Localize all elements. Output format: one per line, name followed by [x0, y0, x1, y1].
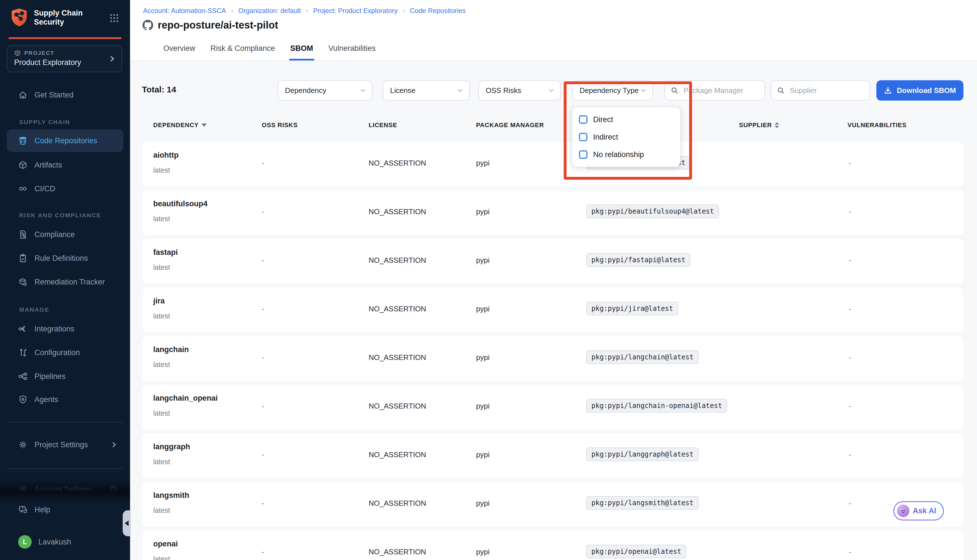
table-row[interactable]: beautifulsoup4 latest - NO_ASSERTION pyp… [142, 190, 964, 235]
dependency-name: langchain_openai [153, 394, 218, 403]
vulnerabilities-value: - [848, 402, 851, 410]
sidebar-item-artifacts[interactable]: Artifacts [7, 154, 123, 176]
app-switcher-grid-icon[interactable] [110, 13, 119, 23]
user-menu[interactable]: L Lavakush [7, 531, 123, 553]
app-window: Supply Chain Security PROJECT Product Ex… [0, 0, 977, 560]
supplier-search-input[interactable] [789, 86, 864, 95]
sidebar-item-integrations[interactable]: Integrations [7, 318, 123, 340]
project-name: Product Exploratory [14, 58, 116, 67]
license-filter-select[interactable]: License [383, 80, 470, 101]
table-row[interactable]: fastapi latest - NO_ASSERTION pypi pkg:p… [142, 239, 964, 284]
license-value: NO_ASSERTION [369, 548, 426, 556]
pipelines-icon [18, 372, 28, 381]
checkbox-direct[interactable] [579, 115, 588, 124]
shield-logo-icon [10, 7, 28, 28]
purl-chip[interactable]: pkg:pypi/langchain-openai@latest [586, 399, 727, 413]
vulnerabilities-value: - [848, 256, 851, 265]
table-row[interactable]: aiohttp latest - NO_ASSERTION pypi pkg:p… [142, 142, 964, 187]
sidebar-item-pipelines[interactable]: Pipelines [7, 365, 123, 388]
oss-risks-value: - [262, 353, 264, 362]
breadcrumb-account[interactable]: Account: Automation-SSCA [143, 7, 226, 15]
app-title: Supply Chain Security [34, 8, 83, 27]
table-row[interactable]: langchain latest - NO_ASSERTION pypi pkg… [142, 336, 964, 381]
chevron-right-icon [108, 55, 116, 63]
package-manager-search[interactable] [664, 80, 765, 101]
tab-sbom[interactable]: SBOM [291, 41, 313, 60]
project-label: PROJECT [24, 50, 55, 56]
sidebar-item-project-settings[interactable]: Project Settings [7, 433, 123, 456]
breadcrumb-code-repositories[interactable]: Code Repositories [410, 7, 466, 15]
dependency-version: latest [153, 312, 170, 320]
vulnerabilities-value: - [848, 548, 851, 556]
license-value: NO_ASSERTION [369, 353, 426, 362]
purl-chip[interactable]: pkg:pypi/openai@latest [586, 545, 686, 558]
chevron-down-icon [457, 87, 464, 94]
menu-option-indirect[interactable]: Indirect [572, 128, 680, 146]
purl-chip[interactable]: pkg:pypi/beautifulsoup4@latest [586, 205, 719, 218]
oss-risks-value: - [262, 159, 264, 168]
purl-chip[interactable]: pkg:pypi/langchain@latest [586, 350, 698, 364]
dependency-type-filter-select[interactable]: Dependency Type [572, 80, 653, 101]
purl-chip[interactable]: pkg:pypi/langsmith@latest [586, 496, 698, 510]
cube-icon [14, 50, 21, 57]
table-row[interactable]: openai latest - NO_ASSERTION pypi pkg:py… [142, 531, 964, 560]
package-manager-value: pypi [476, 548, 489, 556]
purl-chip[interactable]: pkg:pypi/fastapi@latest [586, 253, 690, 267]
sidebar-divider [7, 468, 123, 469]
package-manager-search-input[interactable] [682, 86, 759, 95]
sidebar-item-remediation-tracker[interactable]: Remediation Tracker [7, 271, 123, 293]
ask-ai-button[interactable]: Ask AI [893, 501, 944, 520]
sidebar-item-rule-definitions[interactable]: Rule Definitions [7, 247, 123, 270]
sidebar-item-configuration[interactable]: Configuration [7, 341, 123, 364]
clipboard-icon [18, 253, 28, 263]
sidebar-item-account-settings[interactable]: Account Settings [7, 478, 123, 501]
tab-overview[interactable]: Overview [164, 41, 195, 60]
sidebar-item-help[interactable]: ? Help [7, 498, 123, 521]
chevron-down-icon [548, 87, 554, 94]
table-row[interactable]: langgraph latest - NO_ASSERTION pypi pkg… [142, 433, 964, 478]
purl-chip[interactable]: pkg:pypi/langgraph@latest [586, 448, 698, 461]
license-value: NO_ASSERTION [369, 499, 426, 508]
breadcrumb-project[interactable]: Project: Product Exploratory [313, 7, 398, 15]
menu-option-no-relationship[interactable]: No relationship [572, 146, 680, 163]
breadcrumb-organization[interactable]: Organization: default [238, 7, 301, 15]
purl-chip[interactable]: pkg:pypi/jira@latest [586, 302, 678, 315]
sidebar-item-compliance[interactable]: Compliance [7, 223, 123, 246]
package-icon [18, 277, 28, 287]
search-icon [777, 87, 785, 94]
sidebar-item-cicd[interactable]: CI/CD [7, 177, 123, 200]
code-repo-icon [18, 136, 28, 145]
table-header: DEPENDENCY OSS RISKS LICENSE PACKAGE MAN… [130, 122, 977, 136]
sidebar-item-agents[interactable]: Agents [7, 388, 123, 411]
download-sbom-button[interactable]: Download SBOM [876, 80, 964, 101]
menu-option-direct[interactable]: Direct [572, 111, 680, 128]
column-header-supplier[interactable]: SUPPLIER [739, 122, 779, 129]
chevron-separator-icon: › [402, 7, 404, 14]
package-manager-value: pypi [476, 402, 489, 410]
oss-risks-value: - [262, 450, 264, 459]
checkbox-indirect[interactable] [579, 133, 588, 141]
dependency-filter-select[interactable]: Dependency [277, 80, 372, 101]
oss-risks-value: - [262, 402, 264, 410]
tab-bar: Overview Risk & Compliance SBOM Vulnerab… [164, 41, 376, 60]
table-row[interactable]: jira latest - NO_ASSERTION pypi pkg:pypi… [142, 288, 964, 332]
checkbox-no-relationship[interactable] [579, 150, 588, 159]
section-label-risk-compliance: RISK AND COMPLIANCE [19, 212, 101, 219]
sidebar-item-get-started[interactable]: Get Started [7, 83, 123, 106]
tab-risk-compliance[interactable]: Risk & Compliance [210, 41, 275, 60]
column-header-dependency[interactable]: DEPENDENCY [153, 122, 207, 129]
tab-vulnerabilities[interactable]: Vulnerabilities [329, 41, 376, 60]
project-selector[interactable]: PROJECT Product Exploratory [7, 45, 122, 72]
github-icon [142, 20, 153, 30]
sidebar-item-code-repositories[interactable]: Code Repositories [7, 129, 123, 152]
dependency-version: latest [153, 360, 170, 369]
column-header-license: LICENSE [369, 122, 397, 129]
oss-risks-filter-select[interactable]: OSS Risks [478, 80, 561, 101]
app-logo: Supply Chain Security [10, 7, 83, 28]
brand-divider [8, 37, 122, 39]
sidebar-collapse-handle[interactable] [123, 510, 130, 536]
table-row[interactable]: langsmith latest - NO_ASSERTION pypi pkg… [142, 482, 964, 527]
integrations-icon [18, 324, 28, 334]
table-row[interactable]: langchain_openai latest - NO_ASSERTION p… [142, 385, 964, 430]
supplier-search[interactable] [771, 80, 870, 101]
